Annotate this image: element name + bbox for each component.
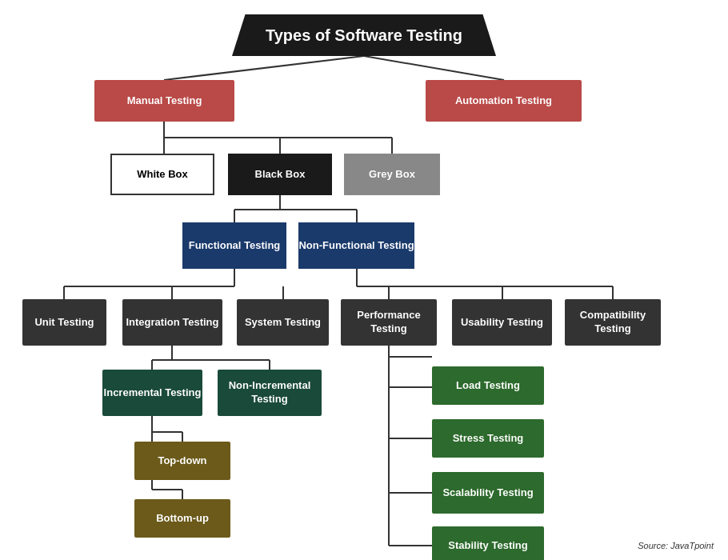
bottomup-label: Bottom-up	[156, 512, 209, 526]
usability-testing-label: Usability Testing	[461, 316, 543, 330]
manual-testing-node: Manual Testing	[94, 80, 234, 122]
automation-testing-node: Automation Testing	[426, 80, 582, 122]
svg-line-0	[164, 56, 364, 80]
whitebox-label: White Box	[137, 168, 188, 182]
nonfunctional-testing-node: Non-Functional Testing	[298, 222, 414, 269]
stress-testing-node: Stress Testing	[432, 419, 544, 458]
title-label: Types of Software Testing	[266, 25, 462, 46]
nonincremental-testing-label: Non-Incremental Testing	[218, 379, 322, 406]
stress-testing-label: Stress Testing	[453, 432, 524, 446]
manual-testing-label: Manual Testing	[127, 94, 202, 108]
stability-testing-label: Stability Testing	[448, 539, 527, 553]
compatibility-testing-label: Compatibility Testing	[565, 309, 661, 336]
compatibility-testing-node: Compatibility Testing	[565, 299, 661, 346]
integration-testing-label: Integration Testing	[126, 316, 218, 330]
integration-testing-node: Integration Testing	[122, 299, 222, 346]
usability-testing-node: Usability Testing	[452, 299, 552, 346]
greybox-node: Grey Box	[344, 154, 440, 195]
incremental-testing-node: Incremental Testing	[102, 370, 202, 416]
blackbox-node: Black Box	[228, 154, 332, 195]
functional-testing-node: Functional Testing	[182, 222, 286, 269]
topdown-node: Top-down	[134, 442, 230, 480]
scalability-testing-node: Scalability Testing	[432, 472, 544, 514]
load-testing-label: Load Testing	[456, 379, 520, 393]
performance-testing-label: Performance Testing	[341, 309, 437, 336]
automation-testing-label: Automation Testing	[455, 94, 552, 108]
performance-testing-node: Performance Testing	[341, 299, 437, 346]
stability-testing-node: Stability Testing	[432, 526, 544, 560]
svg-line-1	[364, 56, 504, 80]
system-testing-node: System Testing	[237, 299, 329, 346]
load-testing-node: Load Testing	[432, 366, 544, 405]
diagram: Types of Software Testing Manual Testing…	[0, 0, 728, 560]
unit-testing-label: Unit Testing	[34, 316, 94, 330]
source-credit: Source: JavaTpoint	[638, 541, 714, 550]
nonincremental-testing-node: Non-Incremental Testing	[218, 370, 322, 416]
unit-testing-node: Unit Testing	[22, 299, 106, 346]
whitebox-node: White Box	[110, 154, 214, 195]
system-testing-label: System Testing	[245, 316, 321, 330]
scalability-testing-label: Scalability Testing	[442, 486, 533, 500]
topdown-label: Top-down	[158, 454, 206, 468]
bottomup-node: Bottom-up	[134, 499, 230, 538]
greybox-label: Grey Box	[369, 168, 415, 182]
functional-testing-label: Functional Testing	[189, 239, 281, 253]
incremental-testing-label: Incremental Testing	[104, 386, 202, 400]
source-label: Source: JavaTpoint	[638, 541, 714, 550]
nonfunctional-testing-label: Non-Functional Testing	[298, 239, 414, 253]
title-node: Types of Software Testing	[232, 14, 496, 56]
blackbox-label: Black Box	[255, 168, 306, 182]
